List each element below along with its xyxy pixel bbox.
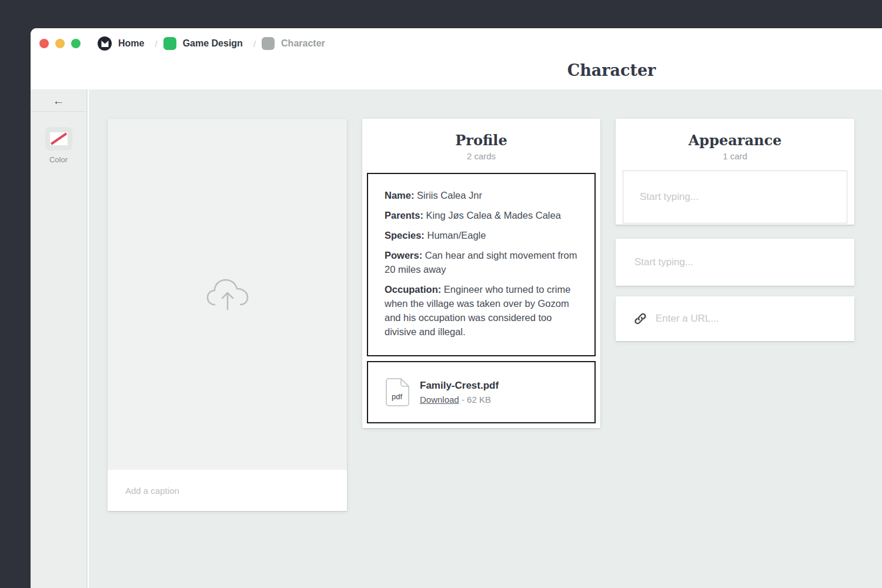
sidebar-back-button[interactable]: ← [31, 89, 86, 112]
breadcrumb: Home / Game Design / Character [31, 28, 882, 59]
profile-column-count: 2 cards [362, 151, 600, 161]
profile-column-header: Profile 2 cards [362, 119, 600, 161]
appearance-column-count: 1 card [616, 151, 854, 161]
minimize-window-button[interactable] [55, 39, 65, 48]
image-drop-zone[interactable] [108, 119, 347, 470]
note-field: Parents: King Jøs Calea & Mades Calea [385, 208, 578, 222]
breadcrumb-character: Character [281, 38, 325, 49]
breadcrumb-separator: / [253, 39, 256, 49]
header: Home / Game Design / Character Character [31, 28, 882, 89]
appearance-note-input[interactable]: Start typing... [623, 171, 847, 223]
sidebar: ← Color [31, 89, 88, 588]
file-name: Family-Crest.pdf [420, 380, 499, 392]
appearance-column[interactable]: Appearance 1 card Start typing... [616, 119, 854, 225]
maximize-window-button[interactable] [71, 39, 81, 48]
file-info: Family-Crest.pdf Download - 62 KB [420, 380, 499, 405]
profile-column[interactable]: Profile 2 cards Name: Siriis Calea Jnr P… [362, 119, 600, 428]
file-card[interactable]: pdf Family-Crest.pdf Download - 62 KB [367, 361, 596, 423]
text-note-card[interactable]: Start typing... [616, 239, 854, 286]
url-card[interactable]: Enter a URL... [616, 296, 854, 341]
note-placeholder: Start typing... [634, 256, 693, 268]
back-arrow-icon: ← [53, 95, 65, 106]
profile-note-card[interactable]: Name: Siriis Calea Jnr Parents: King Jøs… [367, 173, 596, 356]
file-size: - 62 KB [459, 395, 491, 405]
app-logo-icon[interactable] [98, 36, 112, 51]
note-field: Powers: Can hear and sight movement from… [385, 248, 578, 276]
breadcrumb-separator: / [155, 39, 157, 49]
board-icon-character[interactable] [262, 37, 275, 50]
board-icon-game-design[interactable] [163, 37, 176, 50]
window-controls [39, 39, 87, 48]
caption-field[interactable]: Add a caption [108, 470, 347, 511]
close-window-button[interactable] [39, 39, 49, 48]
profile-column-title: Profile [362, 132, 600, 149]
note-field: Species: Human/Eagle [385, 228, 578, 242]
color-swatch-icon [45, 127, 72, 151]
link-icon [633, 312, 647, 326]
note-field: Occupation: Engineer who turned to crime… [385, 282, 578, 339]
app-window: Home / Game Design / Character Character… [31, 28, 882, 588]
note-field: Name: Siriis Calea Jnr [385, 188, 578, 202]
svg-text:pdf: pdf [392, 392, 402, 401]
pdf-file-icon: pdf [385, 377, 410, 407]
breadcrumb-home[interactable]: Home [118, 38, 144, 49]
download-link[interactable]: Download [420, 395, 459, 405]
url-placeholder: Enter a URL... [656, 313, 719, 325]
image-upload-card[interactable]: Add a caption [108, 119, 347, 511]
appearance-column-title: Appearance [616, 132, 854, 149]
cloud-upload-icon [206, 278, 249, 312]
color-tool-label: Color [49, 155, 68, 164]
note-placeholder: Start typing... [640, 191, 699, 203]
appearance-column-header: Appearance 1 card [616, 119, 854, 161]
page-title: Character [567, 61, 656, 79]
board-canvas[interactable]: Add a caption Profile 2 cards Name: Siri… [89, 89, 882, 588]
breadcrumb-game-design[interactable]: Game Design [183, 38, 243, 49]
caption-placeholder: Add a caption [125, 486, 179, 496]
color-tool[interactable]: Color [31, 127, 86, 164]
